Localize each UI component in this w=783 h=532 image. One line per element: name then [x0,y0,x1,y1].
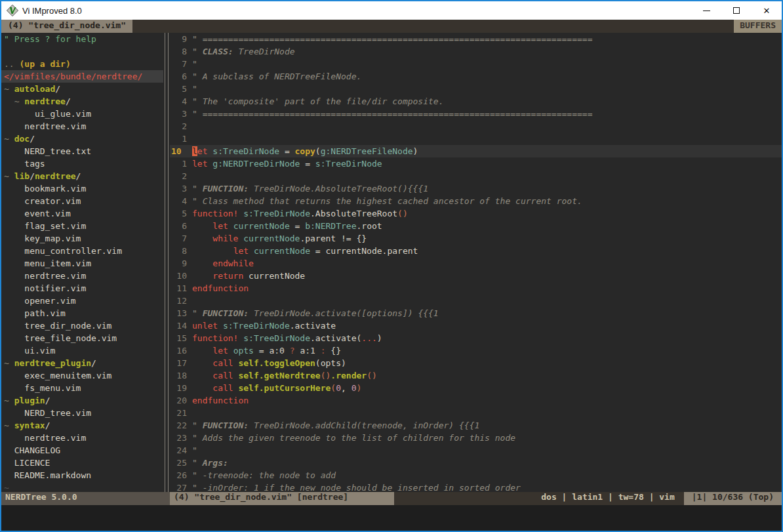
tree-item[interactable]: ~ plugin/ [1,394,163,407]
tree-item[interactable]: notifier.vim [1,282,163,295]
window-separator[interactable] [163,33,170,492]
token-pl [228,346,233,356]
tree-item[interactable]: ~ [1,481,163,492]
line-number: 3 [170,108,187,120]
code-line[interactable]: 21 [170,407,782,419]
tree-item[interactable]: menu_item.vim [1,257,163,270]
code-line[interactable]: 6" A subclass of NERDTreeFileNode. [170,70,782,83]
tree-item[interactable]: path.vim [1,307,163,319]
tree-item[interactable]: nerdtree.vim [1,432,163,444]
editor-panel[interactable]: 9" =====================================… [170,33,782,492]
tree-item[interactable] [1,45,163,58]
code-line[interactable]: 1 [170,133,782,145]
code-line[interactable]: 26" -treenode: the node to add [170,469,782,481]
token-kw: function! [192,333,238,343]
tree-item[interactable]: ~ nerdtree/ [1,95,163,108]
token-pl [192,271,212,281]
token-kw: call [212,383,233,393]
code-line[interactable]: 2 [170,120,782,133]
code-line[interactable]: 5" [170,83,782,95]
tree-item-selected[interactable]: </vimfiles/bundle/nerdtree/ [1,70,163,83]
line-text: " A subclass of NERDTreeFileNode. [187,70,361,83]
tree-item[interactable]: README.markdown [1,469,163,481]
code-line[interactable]: 25" Args: [170,457,782,469]
token-kw: let [212,221,228,231]
tree-item[interactable]: tree_file_node.vim [1,332,163,344]
tree-item[interactable]: ui_glue.vim [1,108,163,120]
token-file: NERD_tree.vim [4,408,91,418]
code-line[interactable]: 13" FUNCTION: TreeDirNode.activate([opti… [170,307,782,319]
code-line[interactable]: 7 while currentNode.parent != {} [170,232,782,245]
token-cm: " -treenode: the node to add [192,470,336,480]
code-line[interactable]: 6 let currentNode = b:NERDTree.root [170,220,782,232]
tree-item[interactable]: exec_menuitem.vim [1,369,163,382]
tree-item[interactable]: key_map.vim [1,232,163,245]
code-line[interactable]: 3" =====================================… [170,108,782,120]
code-line[interactable]: 24" [170,444,782,457]
code-line[interactable]: 15function! s:TreeDirNode.activate(...) [170,332,782,344]
tree-item[interactable]: bookmark.vim [1,182,163,195]
tree-item[interactable]: " Press ? for help [1,33,163,45]
code-line[interactable]: 3" FUNCTION: TreeDirNode.AbsoluteTreeRoo… [170,182,782,195]
code-line[interactable]: 9" =====================================… [170,33,782,45]
code-line[interactable]: 8 let currentNode = currentNode.parent [170,245,782,257]
minimize-button[interactable] [691,1,721,20]
tree-item[interactable]: event.vim [1,207,163,220]
code-line[interactable]: 23" Adds the given treenode to the list … [170,432,782,444]
tree-item[interactable]: nerdtree.vim [1,270,163,282]
tab-tree-dir-node[interactable]: (4) "tree_dir_node.vim" [1,20,132,33]
tree-item[interactable]: opener.vim [1,295,163,307]
line-number: 8 [170,245,187,257]
code-line[interactable]: 27" -inOrder: 1 if the new node should b… [170,481,782,492]
token-dir: syntax [14,420,45,430]
tree-item[interactable]: creator.vim [1,195,163,207]
nerdtree-panel[interactable]: " Press ? for help.. (up a dir)</vimfile… [1,33,163,492]
token-file: ui_glue.vim [4,109,91,119]
tree-item[interactable]: tags [1,157,163,170]
command-line[interactable] [1,505,782,531]
code-line[interactable]: 4" The 'composite' part of the file/dir … [170,95,782,108]
code-line[interactable]: 12 [170,295,782,307]
tree-item[interactable]: ~ autoload/ [1,83,163,95]
tree-item[interactable]: menu_controller.vim [1,245,163,257]
tree-item[interactable]: NERD_tree.txt [1,145,163,157]
tree-item[interactable]: .. (up a dir) [1,58,163,70]
code-line[interactable]: 4" Class method that returns the highest… [170,195,782,207]
code-line[interactable]: 1let g:NERDTreeDirNode = s:TreeDirNode [170,157,782,170]
line-text: while currentNode.parent != {} [187,232,367,245]
code-line[interactable]: 7" [170,58,782,70]
tree-item[interactable]: nerdtree.vim [1,120,163,133]
code-line[interactable]: 14unlet s:TreeDirNode.activate [170,319,782,332]
code-line-current[interactable]: 10let s:TreeDirNode = copy(g:NERDTreeFil… [170,145,782,157]
token-dim: ~ [4,84,14,94]
code-line[interactable]: 8" CLASS: TreeDirNode [170,45,782,58]
code-line[interactable]: 19 call self.putCursorHere(0, 0) [170,382,782,394]
tree-item[interactable]: ~ nerdtree_plugin/ [1,357,163,369]
tree-item[interactable]: ~ lib/nerdtree/ [1,170,163,182]
tree-item[interactable]: ui.vim [1,344,163,357]
tree-item[interactable]: NERD_tree.vim [1,407,163,419]
buffers-label[interactable]: BUFFERS [734,20,782,33]
tree-item[interactable]: ~ doc/ [1,133,163,145]
close-button[interactable]: ✕ [752,1,782,20]
code-line[interactable]: 22" FUNCTION: TreeDirNode.addChild(treen… [170,419,782,432]
token-pl [192,234,212,243]
tree-item[interactable]: tree_dir_node.vim [1,319,163,332]
code-line[interactable]: 5function! s:TreeDirNode.AbsoluteTreeRoo… [170,207,782,220]
tree-item[interactable]: fs_menu.vim [1,382,163,394]
code-line[interactable]: 2 [170,170,782,182]
code-line[interactable]: 9 endwhile [170,257,782,270]
code-line[interactable]: 10 return currentNode [170,270,782,282]
tree-item[interactable]: flag_set.vim [1,220,163,232]
code-line[interactable]: 17 call self.toggleOpen(opts) [170,357,782,369]
maximize-button[interactable] [721,1,752,20]
tree-item[interactable]: ~ syntax/ [1,419,163,432]
code-line[interactable]: 20endfunction [170,394,782,407]
code-line[interactable]: 11endfunction [170,282,782,295]
tree-item[interactable]: LICENCE [1,457,163,469]
code-line[interactable]: 16 let opts = a:0 ? a:1 : {} [170,344,782,357]
code-line[interactable]: 18 call self.getNerdtree().render() [170,369,782,382]
tree-item[interactable]: CHANGELOG [1,444,163,457]
token-cm: " [192,420,203,430]
token-kw: while [212,234,238,243]
